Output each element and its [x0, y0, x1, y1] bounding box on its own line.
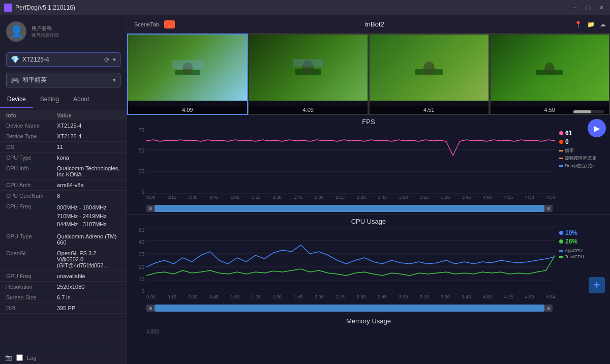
fps-chart-container: FPS ▶ 75 50 25 0 — [127, 115, 610, 215]
fps-timeline[interactable]: ⊞ ⊞ — [146, 205, 553, 212]
cpu-x-axis: 0:00 0:15 0:30 0:45 1:00 1:15 1:30 1:45 … — [146, 293, 555, 299]
fps-x-axis: 0:00 0:15 0:30 0:45 1:00 1:15 1:30 1:45 … — [146, 194, 555, 200]
session-title: tnBot2 — [177, 20, 572, 28]
info-row-device-type: Device Type XT2125-4 — [0, 131, 127, 142]
screenshot-3-time: 4:51 — [370, 106, 489, 114]
device-chevron-icon[interactable]: ▾ — [113, 56, 116, 63]
info-row-gpu-type: GPU Type Qualcomm Adreno (TM) 660 — [0, 231, 127, 248]
minimize-button[interactable]: − — [570, 3, 580, 12]
fps-legend-labels: 帧率 流畅度区间选定 Dump交互(范) — [559, 147, 606, 169]
device-selector[interactable]: 💎 XT2125-4 ⟳ ▾ — [6, 52, 120, 67]
fps-chart-title: FPS — [131, 118, 606, 126]
screenshot-3[interactable]: 4:51 — [369, 34, 490, 115]
fps-legend: 61 0 帧率 — [555, 128, 606, 204]
location-icon[interactable]: 📍 — [574, 21, 582, 28]
scene-tab-icons: 📍 📁 ☁ — [574, 21, 606, 28]
info-row-dpi: DPI 395 PP — [0, 303, 127, 314]
cpu-y-axis: 50 40 30 20 10 0 — [131, 227, 146, 304]
cpu-timeline-end[interactable]: ⊞ — [544, 305, 553, 312]
profile-line1: 用户名称 — [32, 25, 120, 32]
cpu-legend-app-key: AppCPU — [559, 248, 606, 253]
fps-chart-body: 75 50 25 0 — [131, 128, 606, 204]
avatar: 👤 — [6, 21, 26, 42]
fps-legend-02: 0 — [559, 138, 606, 145]
fps-legend-dump: Dump交互(范) — [559, 163, 606, 169]
tab-device[interactable]: Device — [0, 92, 33, 108]
info-row-device-name: Device Name XT2125-4 — [0, 120, 127, 131]
scene-tab-indicator[interactable]: ... — [164, 20, 175, 28]
content-area: SceneTab ... tnBot2 📍 📁 ☁ 4:09 — [127, 15, 610, 364]
cpu-chart-plot-area: 0:00 0:15 0:30 0:45 1:00 1:15 1:30 1:45 … — [146, 227, 555, 304]
cpu-timeline-start[interactable]: ⊞ — [146, 305, 155, 312]
title-bar-controls: − □ × — [570, 3, 606, 12]
cpu-svg — [146, 227, 555, 293]
scene-tab-bar: SceneTab ... tnBot2 📍 📁 ☁ — [127, 15, 610, 34]
memory-chart-title: Memory Usage — [131, 317, 606, 325]
screenshot-2[interactable]: 4:09 — [248, 34, 369, 115]
cpu-legend-total: 26% — [559, 238, 606, 245]
cpu-legend-keys: AppCPU TotalCPU — [559, 248, 606, 259]
folder-icon[interactable]: 📁 — [587, 21, 595, 28]
fps-y-axis: 75 50 25 0 — [131, 128, 146, 204]
appcpu-color-dot — [559, 231, 563, 235]
cpu-chart-body: 50 40 30 20 10 0 — [131, 227, 606, 304]
cloud-icon[interactable]: ☁ — [600, 21, 606, 28]
scene-tab-label: SceneTab — [131, 21, 162, 27]
screenshot-4[interactable]: 4:50 — [490, 34, 611, 115]
main-layout: 👤 用户名称 账号信息详细 💎 XT2125-4 ⟳ ▾ 🎮 和平精英 ▾ De… — [0, 15, 610, 364]
fps-timeline-start[interactable]: ⊞ — [146, 205, 155, 212]
fps-timeline-handle[interactable] — [155, 205, 544, 212]
info-row-cpu-info: CPU Info Qualcomm Technologies, Inc KONA — [0, 163, 127, 180]
fps-legend-smooth: 流畅度区间选定 — [559, 155, 606, 162]
tab-about[interactable]: About — [66, 92, 96, 108]
fps-timeline-end[interactable]: ⊞ — [544, 205, 553, 212]
screenshot-2-time: 4:09 — [249, 106, 368, 114]
sidebar-bottom: 📷 Log — [0, 351, 127, 364]
svg-rect-2 — [172, 60, 203, 69]
totalcpu-color-dot — [559, 239, 563, 244]
info-row-cpu-type: CPU Type kona — [0, 153, 127, 163]
info-row-cpu-freq: CPU Freq 000MHz - 1804MHz710MHz - 2419MH… — [0, 201, 127, 231]
memory-chart-container: Memory Usage 4,000 — [127, 314, 610, 337]
screenshot-icon[interactable]: 📷 — [5, 354, 12, 361]
fps-legend-rate: 帧率 — [559, 147, 606, 154]
fps-y-75: 75 — [139, 128, 144, 133]
svg-point-7 — [423, 62, 435, 75]
cpu-timeline-handle[interactable] — [155, 305, 544, 312]
app-selector[interactable]: 🎮 和平精英 ▾ — [6, 73, 120, 87]
info-row-resolution: Resolution 2520x1080 — [0, 282, 127, 292]
svg-point-9 — [544, 63, 555, 75]
device-info-panel: Info Value Device Name XT2125-4 Device T… — [0, 108, 127, 351]
info-row-cpu-corenum: CPU CoreNum 8 — [0, 191, 127, 201]
cpu-chart-title: CPU Usage — [131, 218, 606, 225]
strip-scroll-indicator[interactable] — [573, 110, 604, 113]
value-col-header: Value — [57, 112, 72, 118]
cpu-chart-container: CPU Usage 50 40 30 20 10 0 — [127, 215, 610, 314]
log-checkbox[interactable] — [16, 354, 23, 361]
device-refresh-icon[interactable]: ⟳ — [104, 56, 110, 64]
screenshot-1[interactable]: 4:09 — [127, 34, 248, 115]
fps-dump-line — [559, 165, 563, 167]
svg-rect-5 — [293, 59, 323, 67]
info-col-header: Info — [6, 112, 57, 118]
fps-rate-line — [559, 150, 563, 151]
charts-area: FPS ▶ 75 50 25 0 — [127, 115, 610, 364]
info-row-gpu-freq: GPU Freq unavailable — [0, 271, 127, 282]
screenshot-strip: 4:09 4:09 4 — [127, 34, 610, 115]
fps-y-0: 0 — [141, 189, 144, 195]
info-row-opengl: OpenGL OpenGL ES 3.2 V@0502.0 (GIT@4d751… — [0, 248, 127, 271]
add-chart-button[interactable]: + — [589, 277, 605, 293]
app-name: 和平精英 — [22, 76, 110, 84]
maximize-button[interactable]: □ — [584, 3, 593, 12]
app-chevron-icon[interactable]: ▾ — [113, 77, 116, 83]
cpu-legend-total-key: TotalCPU — [559, 254, 606, 259]
info-row-cpu-arch: CPU Arch arm64-v8a — [0, 180, 127, 191]
device-name: XT2125-4 — [22, 56, 101, 63]
sidebar: 👤 用户名称 账号信息详细 💎 XT2125-4 ⟳ ▾ 🎮 和平精英 ▾ De… — [0, 15, 127, 364]
fps-y-50: 50 — [139, 148, 144, 154]
cpu-legend-app: 19% — [559, 229, 606, 236]
cpu-timeline[interactable]: ⊞ ⊞ — [146, 305, 553, 312]
fps-smooth-line — [559, 158, 563, 159]
tab-setting[interactable]: Setting — [33, 92, 66, 108]
close-button[interactable]: × — [597, 3, 606, 12]
